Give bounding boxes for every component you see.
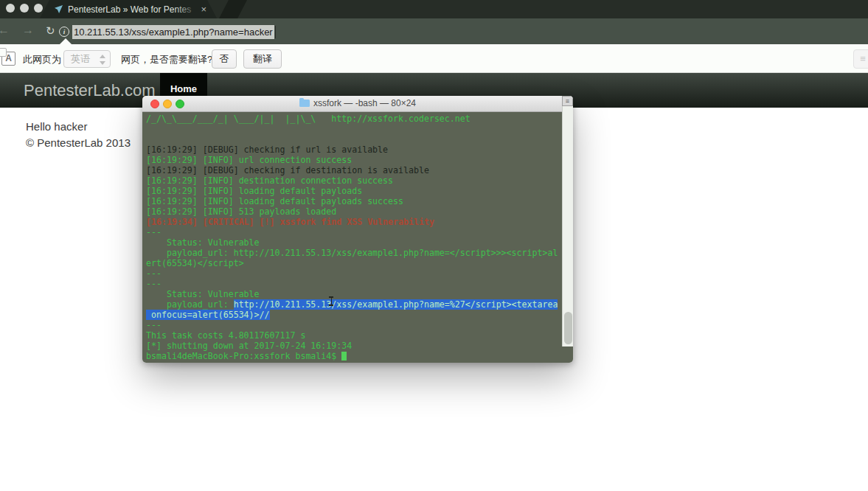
terminal-line: [16:19:29] [DEBUG] checking if url is av… bbox=[146, 144, 573, 155]
reload-icon[interactable]: ↻ bbox=[46, 24, 55, 38]
terminal-line: [16:19:34] [CRITICAL] [!] xssfork find X… bbox=[146, 217, 573, 227]
terminal-line: payload_url: http://10.211.55.13/xss/exa… bbox=[146, 248, 573, 258]
terminal-output[interactable]: /_/\_\___/___/_| \___/|_| |_|\_\ http://… bbox=[142, 112, 573, 363]
terminal-line: ert(65534)</script> bbox=[146, 258, 573, 268]
terminal-title: xssfork — -bash — 80×24 bbox=[142, 96, 573, 112]
terminal-line: Status: Vulnerable bbox=[146, 237, 573, 248]
terminal-line bbox=[146, 124, 573, 134]
tab-title-fade bbox=[174, 0, 199, 18]
terminal-line: [16:19:29] [INFO] 513 payloads loaded bbox=[146, 206, 573, 217]
terminal-line: --- bbox=[146, 268, 573, 279]
terminal-line: bsmali4deMacBook-Pro:xssfork bsmali4$ bbox=[146, 351, 573, 361]
copyright-text: © PentesterLab 2013 bbox=[26, 136, 131, 149]
greeting-text: Hello hacker bbox=[26, 120, 87, 133]
browser-toolbar: ← → ↻ i 10.211.55.13/xss/example1.php?na… bbox=[0, 18, 868, 44]
terminal-line: [16:19:29] [INFO] url connection success bbox=[146, 155, 573, 165]
forward-icon[interactable]: → bbox=[22, 24, 34, 37]
terminal-window: xssfork — -bash — 80×24 /_/\_\___/___/_|… bbox=[142, 96, 573, 363]
terminal-line: /_/\_\___/___/_| \___/|_| |_|\_\ http://… bbox=[146, 114, 573, 124]
inactive-tab-area bbox=[219, 0, 247, 18]
terminal-line: This task costs 4.80117607117 s bbox=[146, 330, 573, 341]
url-input[interactable]: 10.211.55.13/xss/example1.php?name=hacke… bbox=[72, 25, 274, 39]
translate-decline-button[interactable]: 否 bbox=[212, 49, 237, 69]
window-minimize-button[interactable] bbox=[20, 4, 29, 13]
window-close-button[interactable] bbox=[6, 4, 15, 13]
chevron-updown-icon bbox=[100, 54, 105, 66]
translate-icon: A bbox=[1, 52, 15, 66]
tab-close-icon[interactable]: × bbox=[201, 4, 206, 14]
terminal-line: Status: Vulnerable bbox=[146, 289, 573, 299]
window-zoom-button[interactable] bbox=[34, 4, 43, 13]
terminal-line: [16:19:29] [INFO] loading default payloa… bbox=[146, 186, 573, 196]
terminal-line: payload_url: http://10.211.55.13/xss/exa… bbox=[146, 299, 573, 310]
terminal-line: onfocus=alert(65534)>// bbox=[146, 310, 573, 320]
translate-prefix-label: 此网页为 bbox=[23, 53, 61, 66]
screen: PentesterLab » Web for Pentes × ← → ↻ i … bbox=[0, 0, 868, 491]
terminal-titlebar[interactable]: xssfork — -bash — 80×24 bbox=[142, 96, 573, 112]
folder-icon bbox=[299, 100, 310, 107]
scrollbar-menu-icon[interactable]: ≡ bbox=[562, 96, 573, 106]
translate-options-icon[interactable]: ≡ bbox=[853, 49, 868, 69]
terminal-line: [16:19:29] [INFO] destination connection… bbox=[146, 175, 573, 186]
terminal-line: --- bbox=[146, 320, 573, 330]
tab-favicon bbox=[55, 5, 63, 13]
terminal-line bbox=[146, 134, 573, 144]
terminal-scrollbar-thumb[interactable] bbox=[564, 312, 572, 344]
terminal-scrollbar-track[interactable]: ≡ bbox=[562, 96, 573, 347]
back-icon[interactable]: ← bbox=[0, 24, 10, 37]
translate-bar: A 此网页为 英语 网页，是否需要翻译? 否 翻译 ≡ bbox=[0, 44, 868, 73]
mouse-cursor-ibeam bbox=[328, 296, 334, 306]
terminal-block-cursor bbox=[341, 352, 347, 361]
terminal-line: [16:19:29] [DEBUG] checking if destinati… bbox=[146, 165, 573, 175]
site-brand[interactable]: PentesterLab.com bbox=[24, 73, 156, 108]
browser-tab-bar: PentesterLab » Web for Pentes × bbox=[0, 0, 868, 18]
url-text: 10.211.55.13/xss/example1.php?name=hacke… bbox=[74, 27, 273, 38]
terminal-line: [16:19:29] [INFO] loading default payloa… bbox=[146, 196, 573, 206]
language-value: 英语 bbox=[71, 53, 90, 64]
terminal-line: [*] shutting down at 2017-07-24 16:19:34 bbox=[146, 341, 573, 351]
terminal-line: --- bbox=[146, 227, 573, 237]
browser-tab[interactable]: PentesterLab » Web for Pentes × bbox=[40, 0, 217, 18]
language-select[interactable]: 英语 bbox=[63, 50, 111, 68]
url-caret bbox=[275, 26, 276, 38]
translate-accept-button[interactable]: 翻译 bbox=[243, 49, 282, 69]
translate-question-label: 网页，是否需要翻译? bbox=[121, 53, 212, 66]
terminal-line: --- bbox=[146, 279, 573, 289]
page-info-icon[interactable]: i bbox=[59, 27, 69, 37]
translate-bubble-arrow bbox=[59, 38, 72, 45]
